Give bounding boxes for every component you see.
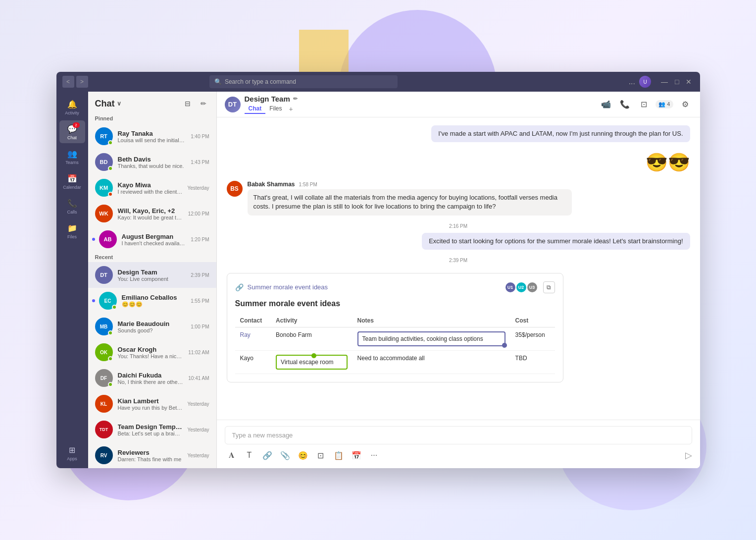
sidebar-item-chat[interactable]: 💬 2 Chat — [59, 120, 85, 143]
video-call-button[interactable]: 📹 — [599, 98, 613, 111]
maximize-button[interactable]: □ — [673, 78, 681, 86]
live-card-title-link[interactable]: Summer morale event ideas — [248, 283, 328, 291]
chat-preview-marie: Sounds good? — [118, 327, 186, 333]
sidebar-item-activity[interactable]: 🔔 Activity — [59, 96, 85, 118]
sidebar-item-teams[interactable]: 👥 Teams — [59, 145, 85, 168]
avatar-emiliano: EC — [99, 292, 117, 310]
status-emiliano — [112, 305, 117, 310]
table-row-kayo: Kayo Virtual escape room Need to accommo… — [235, 350, 555, 374]
attach-link-button[interactable]: 🔗 — [260, 448, 274, 462]
chat-info-emiliano: Emiliano Ceballos 😊😊😊 — [122, 294, 186, 308]
avatar-beth: BD — [95, 153, 113, 171]
chat-info-beth: Beth Davis Thanks, that would be nice. — [118, 156, 186, 169]
cell-cost-kayo[interactable]: TBD — [510, 350, 555, 374]
more-options[interactable]: ... — [629, 77, 635, 86]
more-tools-button[interactable]: ··· — [367, 448, 381, 462]
tab-add-button[interactable]: + — [286, 104, 296, 114]
card-copy-button[interactable]: ⧉ — [543, 281, 555, 293]
chat-time-marie: 1:00 PM — [191, 324, 209, 329]
chat-name-marie: Marie Beaudouin — [118, 320, 186, 327]
cell-notes-ray[interactable]: Team building activities, cooking class … — [353, 327, 510, 350]
self-morale-section: 2:16 PM Excited to start looking for opt… — [227, 221, 690, 250]
sidebar-item-files[interactable]: 📁 Files — [59, 219, 85, 242]
chat-main: DT Design Team ✏ Chat Files + 📹 — [217, 92, 700, 468]
edit-handle-notes — [502, 343, 507, 348]
screen-share-button[interactable]: ⊡ — [637, 98, 651, 111]
chat-time-reviewers: Yesterday — [187, 453, 209, 458]
chat-item-daichi[interactable]: DF Daichi Fukuda No, I think there are o… — [88, 365, 216, 391]
user-avatar[interactable]: U — [639, 76, 651, 88]
sidebar-item-apps[interactable]: ⊞ Apps — [59, 441, 85, 464]
cell-editing-notes-ray[interactable]: Team building activities, cooking class … — [357, 331, 505, 346]
tab-chat[interactable]: Chat — [245, 104, 266, 114]
chat-name-oscar: Oscar Krogh — [118, 346, 184, 353]
app-window: < > 🔍 Search or type a command ... U — □… — [56, 72, 700, 468]
status-daichi — [108, 382, 113, 387]
background-wrapper: < > 🔍 Search or type a command ... U — □… — [0, 0, 756, 540]
format-text-button[interactable]: T — [243, 448, 256, 462]
link-ray[interactable]: Ray — [240, 331, 251, 338]
cell-notes-kayo[interactable]: Need to accommodate all — [353, 350, 510, 374]
sticker-button[interactable]: 📋 — [332, 448, 346, 462]
status-kayo — [108, 192, 113, 197]
chat-name-kayo: Kayo Miwa — [118, 181, 183, 189]
sender-babak: Babak Shammas — [248, 181, 295, 188]
gif-button[interactable]: ⊡ — [314, 448, 328, 462]
timestamp-239: 2:39 PM — [227, 258, 690, 263]
chat-header-info: Design Team ✏ Chat Files + — [245, 95, 596, 114]
format-bold-button[interactable]: 𝐀 — [225, 448, 239, 462]
tab-files[interactable]: Files — [265, 104, 286, 114]
chat-item-design-team[interactable]: DT Design Team You: Live component 2:39 … — [88, 262, 216, 288]
cell-contact-ray[interactable]: Ray — [235, 327, 271, 350]
chat-info-design-team: Design Team You: Live component — [118, 269, 186, 282]
edit-team-name-icon[interactable]: ✏ — [293, 96, 298, 102]
filter-button[interactable]: ⊟ — [182, 98, 194, 109]
participant-count[interactable]: 👥 4 — [655, 100, 673, 108]
chat-dropdown-chevron[interactable]: ∨ — [117, 100, 121, 107]
sidebar-item-calendar[interactable]: 📅 Calendar — [59, 170, 85, 193]
chat-list-panel: Chat ∨ ⊟ ✏ Pinned RT — [88, 92, 217, 468]
chat-item-ray[interactable]: RT Ray Tanaka Louisa will send the initi… — [88, 123, 216, 149]
chat-item-emiliano[interactable]: EC Emiliano Ceballos 😊😊😊 1:55 PM — [88, 288, 216, 314]
audio-call-button[interactable]: 📞 — [618, 98, 632, 111]
chat-item-oscar[interactable]: OK Oscar Krogh You: Thanks! Have a nice … — [88, 339, 216, 365]
chat-item-team-design-template[interactable]: TDT Team Design Template Beta: Let's set… — [88, 417, 216, 442]
calls-icon: 📞 — [67, 198, 78, 209]
cell-editing-activity-kayo[interactable]: Virtual escape room — [276, 355, 347, 370]
schedule-button[interactable]: 📅 — [350, 448, 363, 462]
activity-label: Activity — [65, 110, 79, 115]
status-oscar — [108, 356, 113, 361]
chat-time-daichi: 10:41 AM — [188, 376, 209, 381]
global-search[interactable]: 🔍 Search or type a command — [209, 75, 398, 88]
avatar-daichi: DF — [95, 369, 113, 387]
send-button[interactable]: ▷ — [685, 450, 692, 461]
attach-file-button[interactable]: 📎 — [278, 448, 292, 462]
chat-item-kayo[interactable]: KM Kayo Miwa I reviewed with the client … — [88, 175, 216, 201]
chat-item-will-group[interactable]: WK Will, Kayo, Eric, +2 Kayo: It would b… — [88, 201, 216, 226]
chat-item-kian[interactable]: KL Kian Lambert Have you run this by Bet… — [88, 391, 216, 417]
cell-cost-ray[interactable]: 35$/person — [510, 327, 555, 350]
new-chat-button[interactable]: ✏ — [198, 98, 209, 109]
live-card-header: 🔗 Summer morale event ideas U1 U2 U3 ⧉ — [235, 281, 555, 293]
chat-name-team-design-template: Team Design Template — [118, 423, 183, 431]
back-button[interactable]: < — [62, 76, 74, 88]
emoji-button[interactable]: 😊 — [296, 448, 310, 462]
chat-item-reviewers[interactable]: RV Reviewers Darren: Thats fine with me … — [88, 442, 216, 468]
chat-item-august[interactable]: AB August Bergman I haven't checked avai… — [88, 226, 216, 252]
chat-item-beth[interactable]: BD Beth Davis Thanks, that would be nice… — [88, 149, 216, 175]
forward-button[interactable]: > — [76, 76, 88, 88]
cell-activity-kayo[interactable]: Virtual escape room — [271, 350, 352, 374]
settings-button[interactable]: ⚙ — [678, 98, 692, 111]
cell-activity-ray[interactable]: Bonobo Farm — [271, 327, 352, 350]
minimize-button[interactable]: — — [659, 78, 670, 86]
time-babak: 1:58 PM — [299, 182, 317, 187]
close-button[interactable]: ✕ — [684, 78, 694, 86]
message-input-field[interactable]: Type a new message — [225, 426, 692, 444]
chat-time-kian: Yesterday — [187, 401, 209, 407]
chat-name-august: August Bergman — [122, 233, 186, 240]
chat-item-marie[interactable]: MB Marie Beaudouin Sounds good? 1:00 PM — [88, 314, 216, 339]
cell-contact-kayo[interactable]: Kayo — [235, 350, 271, 374]
chat-time-beth: 1:43 PM — [191, 160, 209, 165]
status-marie — [108, 330, 113, 335]
sidebar-item-calls[interactable]: 📞 Calls — [59, 195, 85, 217]
